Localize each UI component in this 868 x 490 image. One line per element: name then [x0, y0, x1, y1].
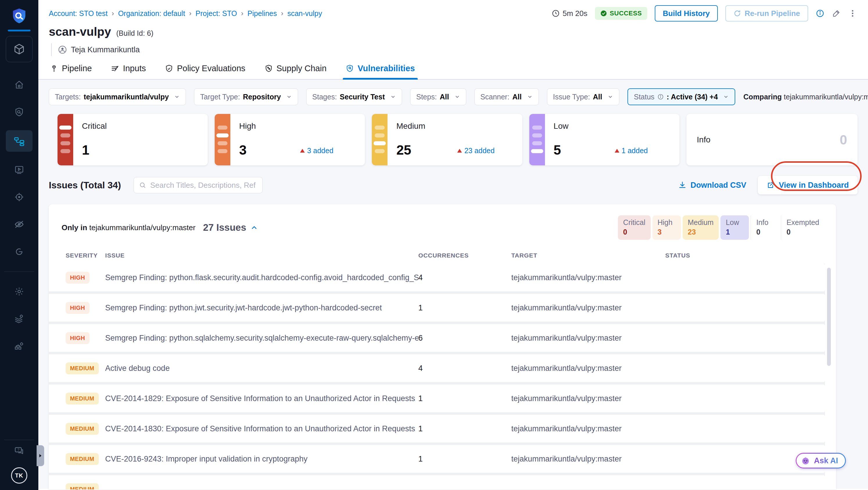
issues-search-input[interactable] — [150, 181, 257, 190]
clock-icon — [552, 9, 560, 18]
info-count: 0 — [840, 132, 847, 148]
shield-vulnerability-icon — [346, 64, 354, 73]
medium-count: 25 — [396, 142, 411, 158]
nav-test-targets[interactable] — [6, 103, 33, 121]
severity-badge: MEDIUM — [66, 423, 99, 435]
status-text: SUCCESS — [610, 9, 642, 17]
nav-home[interactable] — [6, 75, 33, 94]
breadcrumb-separator: › — [189, 9, 191, 18]
issues-search[interactable] — [134, 177, 262, 193]
severity-badge: MEDIUM — [66, 393, 99, 404]
breadcrumb-pipelines[interactable]: Pipelines — [248, 9, 277, 18]
download-csv-button[interactable]: Download CSV — [678, 181, 746, 190]
sidebar-divider-bottom — [4, 440, 34, 440]
issue-row[interactable]: MEDIUM — [49, 475, 825, 489]
filter-steps[interactable]: Steps: All — [410, 88, 466, 105]
pill-info[interactable]: Info 0 — [751, 215, 779, 240]
issue-row[interactable]: MEDIUM CVE-2014-1830: Exposure of Sensit… — [49, 415, 825, 442]
rerun-pipeline-button[interactable]: Re-run Pipeline — [725, 5, 808, 22]
ask-ai-button[interactable]: Ask AI — [796, 453, 846, 468]
screen: ? TK Account: STO test › Organization: d… — [0, 0, 868, 490]
nav-org-settings[interactable] — [6, 337, 33, 356]
nav-baselines[interactable] — [6, 188, 33, 206]
tab-vulnerabilities[interactable]: Vulnerabilities — [344, 61, 416, 79]
high-card[interactable]: High 3 3 added — [215, 114, 365, 165]
left-nav: ? TK — [0, 0, 38, 490]
issue-row[interactable]: HIGH Semgrep Finding: python.jwt.securit… — [49, 294, 825, 322]
breadcrumb-current[interactable]: scan-vulpy — [287, 9, 322, 18]
build-history-button[interactable]: Build History — [655, 5, 718, 22]
filter-scanner[interactable]: Scanner: All — [474, 88, 539, 105]
filter-targets[interactable]: Targets: tejakummarikuntla/vulpy — [49, 88, 186, 105]
nav-pipelines[interactable] — [6, 130, 33, 152]
sidebar-expand-handle[interactable] — [37, 445, 44, 466]
nav-exemptions[interactable] — [6, 215, 33, 234]
info-card[interactable]: Info 0 — [686, 114, 858, 165]
nav-settings[interactable] — [6, 282, 33, 301]
breadcrumb-account[interactable]: Account: STO test — [49, 9, 107, 18]
executions-icon — [14, 165, 24, 175]
issues-total-title: Issues (Total 34) — [49, 180, 121, 191]
tab-policy-evaluations[interactable]: Policy Evaluations — [164, 61, 246, 79]
group-issue-count[interactable]: 27 Issues — [203, 222, 258, 233]
filter-status[interactable]: Status : Active (34) +4 — [627, 88, 735, 105]
pill-info-value: 0 — [756, 228, 774, 236]
only-in-label: Only in — [62, 223, 87, 232]
pill-exempted[interactable]: Exempted 0 — [781, 215, 825, 240]
org-gear-icon — [14, 341, 24, 351]
pencil-icon — [832, 9, 841, 18]
filter-issue-type[interactable]: Issue Type: All — [547, 88, 619, 105]
tab-supply-chain[interactable]: Supply Chain — [264, 61, 328, 79]
user-avatar[interactable]: TK — [11, 467, 27, 484]
module-selector-button[interactable] — [6, 36, 33, 62]
info-icon[interactable] — [816, 9, 825, 18]
low-card[interactable]: Low 5 1 added — [529, 114, 679, 165]
tab-vulnerabilities-label: Vulnerabilities — [358, 64, 415, 73]
breadcrumb-project[interactable]: Project: STO — [195, 9, 237, 18]
filter-stages[interactable]: Stages: Security Test — [306, 88, 402, 105]
breadcrumb-org[interactable]: Organization: default — [118, 9, 185, 18]
filter-target-type[interactable]: Target Type: Repository — [194, 88, 298, 105]
col-issue-header: ISSUE — [105, 252, 418, 259]
execution-duration: 5m 20s — [552, 9, 587, 18]
pill-medium[interactable]: Medium 23 — [683, 215, 719, 240]
pill-medium-value: 23 — [688, 228, 714, 236]
issue-row[interactable]: MEDIUM CVE-2016-9243: Improper input val… — [49, 445, 825, 473]
issue-target: tejakummarikuntla/vulpy:master — [511, 364, 665, 373]
cube-icon — [13, 43, 26, 56]
low-added: 1 added — [615, 147, 648, 155]
filter-targets-label: Targets: — [55, 93, 81, 101]
critical-card[interactable]: Critical 1 — [58, 114, 208, 165]
filter-steps-value: All — [440, 93, 449, 101]
pipelines-icon — [14, 135, 25, 147]
filter-scanner-label: Scanner: — [480, 93, 509, 101]
sidebar-divider — [4, 271, 34, 272]
pill-low[interactable]: Low 1 — [720, 215, 749, 240]
breadcrumb-separator: › — [112, 9, 114, 18]
medium-card[interactable]: Medium 25 23 added — [372, 114, 522, 165]
edit-pipeline-icon[interactable] — [832, 9, 841, 18]
shield-check-icon — [165, 64, 173, 73]
view-in-dashboard-button[interactable]: View in Dashboard — [758, 176, 858, 194]
sto-logo-icon[interactable] — [10, 7, 28, 26]
col-severity-header: SEVERITY — [49, 252, 105, 259]
issue-row[interactable]: HIGH Semgrep Finding: python.flask.secur… — [49, 264, 825, 292]
pill-high[interactable]: High 3 — [652, 215, 681, 240]
nav-help[interactable]: ? — [6, 442, 33, 460]
issue-row[interactable]: MEDIUM Active debug code 4 tejakummariku… — [49, 354, 825, 382]
tab-inputs[interactable]: Inputs — [110, 61, 147, 79]
refresh-icon — [734, 9, 741, 17]
issue-row[interactable]: MEDIUM CVE-2014-1829: Exposure of Sensit… — [49, 385, 825, 412]
severity-badge: MEDIUM — [66, 483, 99, 490]
table-scrollbar[interactable] — [827, 268, 831, 366]
tab-pipeline[interactable]: Pipeline — [49, 61, 93, 79]
filter-target-type-value: Repository — [243, 93, 281, 101]
pill-critical[interactable]: Critical 0 — [618, 215, 650, 240]
issue-row[interactable]: HIGH Semgrep Finding: python.sqlalchemy.… — [49, 324, 825, 352]
more-options-icon[interactable] — [848, 9, 857, 18]
nav-default-settings[interactable] — [6, 309, 33, 328]
info-circle-icon — [657, 94, 664, 100]
pill-critical-label: Critical — [623, 218, 645, 227]
nav-executions[interactable] — [6, 160, 33, 179]
nav-remediations[interactable] — [6, 242, 33, 261]
